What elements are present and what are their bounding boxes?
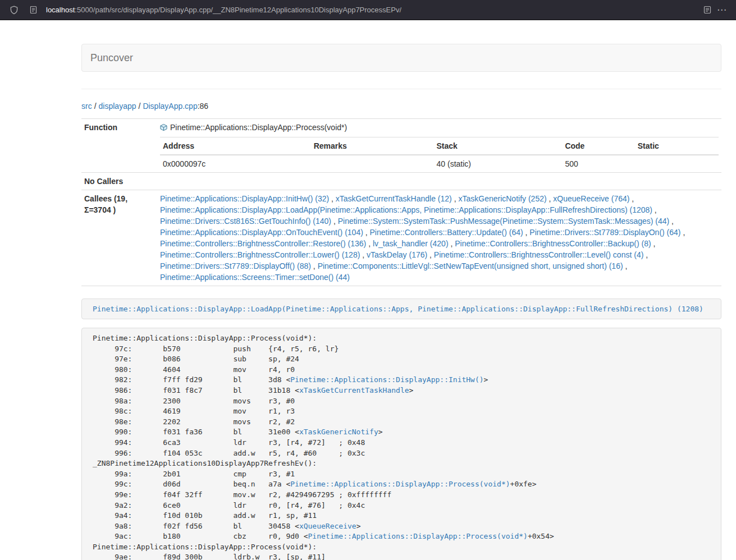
stats-header-row: Address Remarks Stack Code Static: [160, 137, 719, 155]
callee-separator: ,: [363, 228, 370, 237]
callee-link[interactable]: Pinetime::Applications::DisplayApp::Init…: [160, 194, 329, 203]
callee-link[interactable]: Pinetime::Drivers::Cst816S::GetTouchInfo…: [160, 217, 331, 226]
callee-link[interactable]: Pinetime::Components::LittleVgl::SetNewT…: [318, 261, 623, 270]
stats-header-stack: Stack: [434, 137, 563, 155]
disassembly-pre: Pinetime::Applications::DisplayApp::Proc…: [93, 333, 710, 560]
stats-value-static: [635, 155, 719, 172]
callee-link[interactable]: Pinetime::System::SystemTask::PushMessag…: [338, 217, 670, 226]
stats-value-remarks: [311, 155, 434, 172]
no-callers-label: No Callers: [81, 173, 157, 190]
url-text[interactable]: localhost:5000/path/src/displayapp/Displ…: [46, 6, 401, 14]
stats-row-spacer: [81, 137, 157, 173]
stats-cell: Address Remarks Stack Code Static 0x0000…: [157, 137, 721, 173]
breadcrumb-link-src[interactable]: src: [81, 102, 92, 111]
callee-link[interactable]: Pinetime::Controllers::BrightnessControl…: [160, 239, 366, 248]
no-callers-row: No Callers: [81, 173, 721, 190]
callee-separator: ,: [366, 239, 373, 248]
callee-separator: ,: [427, 250, 434, 259]
page-container: Puncover src/displayapp/DisplayApp.cpp:8…: [81, 20, 721, 560]
callee-separator: ,: [643, 250, 648, 259]
callee-link[interactable]: Pinetime::Drivers::St7789::DisplayOn() (…: [529, 228, 680, 237]
reader-icon-svg: [703, 6, 711, 14]
url-bar[interactable]: localhost:5000/path/src/displayapp/Displ…: [26, 3, 700, 17]
callee-link[interactable]: Pinetime::Applications::DisplayApp::Load…: [160, 205, 652, 214]
stats-header-remarks: Remarks: [311, 137, 434, 155]
callee-link[interactable]: xQueueReceive (764): [553, 194, 629, 203]
reader-mode-icon[interactable]: [700, 3, 715, 17]
stats-value-stack: 40 (static): [434, 155, 563, 172]
callee-separator: ,: [523, 228, 530, 237]
breadcrumb-link-displayapp[interactable]: displayapp: [99, 102, 136, 111]
breadcrumb-link-file[interactable]: DisplayApp.cpp: [143, 102, 197, 111]
function-name: Pinetime::Applications::DisplayApp::Proc…: [170, 123, 347, 132]
callee-separator: ,: [623, 261, 628, 270]
code-symbol-link[interactable]: xTaskGetCurrentTaskHandle: [299, 386, 409, 394]
code-symbol-link[interactable]: xQueueReceive: [299, 522, 356, 530]
stats-header-static: Static: [635, 137, 719, 155]
callee-link[interactable]: lv_task_handler (420): [373, 239, 449, 248]
stats-table: Address Remarks Stack Code Static 0x0000…: [160, 137, 719, 172]
navbar: Puncover: [81, 44, 721, 72]
callee-link[interactable]: xTaskGetCurrentTaskHandle (12): [336, 194, 452, 203]
callee-link[interactable]: Pinetime::Controllers::BrightnessControl…: [160, 250, 360, 259]
more-dots-icon: ⋯: [715, 5, 729, 15]
function-symbol-icon: [160, 123, 167, 134]
callee-separator: ,: [681, 228, 685, 237]
breadcrumb-separator: /: [94, 102, 97, 111]
stats-header-code: Code: [562, 137, 634, 155]
loadapp-box: Pinetime::Applications::DisplayApp::Load…: [81, 299, 721, 319]
callee-separator: ,: [652, 205, 657, 214]
cube-icon: [160, 123, 167, 131]
breadcrumb: src/displayapp/DisplayApp.cpp:86: [81, 100, 721, 112]
header-divider: [81, 89, 721, 89]
disassembly-box: Pinetime::Applications::DisplayApp::Proc…: [81, 328, 721, 560]
callee-separator: ,: [329, 194, 336, 203]
callee-link[interactable]: Pinetime::Controllers::Battery::Update()…: [370, 228, 523, 237]
callee-link[interactable]: Pinetime::Applications::DisplayApp::OnTo…: [160, 228, 363, 237]
callees-label: Callees (19, Σ=3704 ): [81, 190, 157, 286]
callee-separator: ,: [331, 217, 338, 226]
callee-link[interactable]: Pinetime::Controllers::BrightnessControl…: [455, 239, 651, 248]
stats-value-code: 500: [562, 155, 634, 172]
shield-icon-svg: [10, 6, 19, 15]
code-symbol-link[interactable]: xTaskGenericNotify: [299, 428, 378, 436]
callee-separator: ,: [629, 194, 634, 203]
url-host: localhost: [46, 6, 75, 14]
callee-link[interactable]: Pinetime::Drivers::St7789::DisplayOff() …: [160, 261, 311, 270]
code-symbol-link[interactable]: Pinetime::Applications::DisplayApp::Init…: [290, 375, 483, 384]
callee-link[interactable]: Pinetime::Applications::Screens::Timer::…: [160, 273, 350, 282]
page-info-icon[interactable]: [26, 3, 40, 17]
stats-header-address: Address: [160, 137, 311, 155]
no-callers-cell: [157, 173, 721, 190]
brand-title[interactable]: Puncover: [82, 52, 141, 64]
function-detail-table: Function Pinetime::Applications::Display…: [81, 118, 721, 286]
callees-row: Callees (19, Σ=3704 ) Pinetime::Applicat…: [81, 190, 721, 286]
page-icon-svg: [30, 6, 37, 14]
callee-separator: ,: [452, 194, 459, 203]
stats-row: Address Remarks Stack Code Static 0x0000…: [81, 137, 721, 173]
callee-separator: ,: [651, 239, 656, 248]
callees-list: Pinetime::Applications::DisplayApp::Init…: [157, 190, 721, 286]
function-name-cell: Pinetime::Applications::DisplayApp::Proc…: [157, 119, 721, 137]
stats-value-address: 0x0000097c: [160, 155, 311, 172]
callee-link[interactable]: vTaskDelay (176): [367, 250, 427, 259]
breadcrumb-separator: /: [139, 102, 141, 111]
callee-separator: ,: [311, 261, 318, 270]
url-path: :5000/path/src/displayapp/DisplayApp.cpp…: [75, 6, 401, 14]
browser-chrome: localhost:5000/path/src/displayapp/Displ…: [0, 0, 736, 20]
function-label: Function: [81, 119, 157, 137]
callee-separator: ,: [547, 194, 554, 203]
callee-link[interactable]: Pinetime::Controllers::BrightnessControl…: [434, 250, 643, 259]
function-row: Function Pinetime::Applications::Display…: [81, 119, 721, 137]
stats-value-row: 0x0000097c 40 (static) 500: [160, 155, 719, 172]
breadcrumb-line-number: :86: [198, 102, 208, 111]
tracking-protection-shield-icon[interactable]: [7, 3, 21, 17]
chrome-right-controls: ⋯: [700, 3, 729, 17]
callee-separator: ,: [449, 239, 455, 248]
code-symbol-link[interactable]: Pinetime::Applications::DisplayApp::Proc…: [308, 532, 528, 540]
code-symbol-link[interactable]: Pinetime::Applications::DisplayApp::Proc…: [290, 480, 510, 488]
callee-separator: ,: [669, 217, 674, 226]
loadapp-link[interactable]: Pinetime::Applications::DisplayApp::Load…: [93, 305, 703, 313]
page-actions-menu-icon[interactable]: ⋯: [715, 3, 729, 17]
callee-link[interactable]: xTaskGenericNotify (252): [458, 194, 546, 203]
